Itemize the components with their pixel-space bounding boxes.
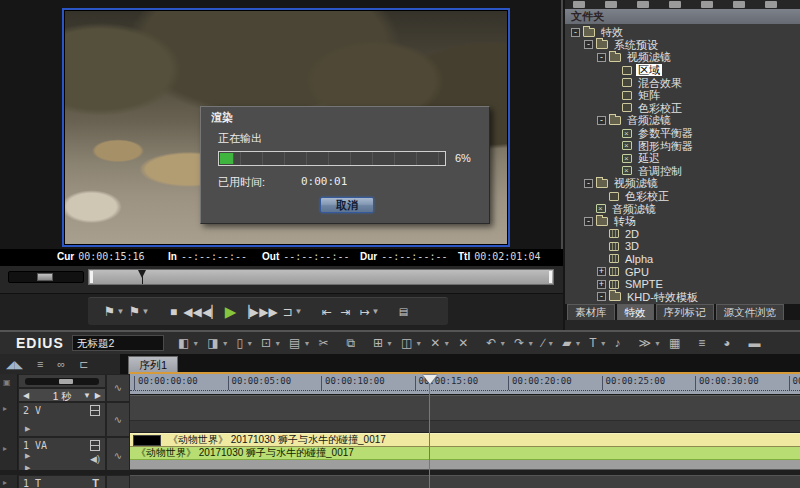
- video-track-icon[interactable]: [90, 440, 100, 451]
- audio-clip[interactable]: 《动物世界》 20171030 狮子与水牛的碰撞_0017: [130, 447, 800, 460]
- sync-link-icon[interactable]: ∞: [57, 358, 65, 370]
- tree-item-label[interactable]: 色彩校正: [636, 102, 684, 114]
- scale-dropdown-icon[interactable]: ▼: [83, 391, 91, 400]
- tree-item[interactable]: 色彩校正: [565, 102, 800, 115]
- tree-item-label[interactable]: 转场: [612, 215, 638, 227]
- tree-item[interactable]: - 音频滤镜: [565, 114, 800, 127]
- render-icon[interactable]: ≫: [639, 334, 652, 352]
- tree-item[interactable]: + SMPTE: [565, 278, 800, 291]
- tree-expander[interactable]: -: [584, 40, 593, 49]
- goto-in-button[interactable]: ⇤: [317, 302, 336, 322]
- add-cut-point-icon[interactable]: ∕: [542, 334, 544, 352]
- track-header-2v[interactable]: 2 V ▶: [18, 402, 106, 437]
- tree-item-label[interactable]: 3D: [623, 240, 641, 252]
- palette-tab[interactable]: 特效: [617, 304, 654, 320]
- tree-expander[interactable]: +: [597, 267, 606, 276]
- title-tool-icon[interactable]: T: [589, 334, 596, 352]
- delete-in-out-icon[interactable]: ✕: [458, 334, 468, 352]
- panel-layout-icon[interactable]: ▬: [748, 334, 760, 352]
- tree-item[interactable]: Alpha: [565, 253, 800, 266]
- save-project-icon[interactable]: ▤: [289, 334, 300, 352]
- tree-item[interactable]: 区域: [565, 64, 800, 77]
- prev-frame-button[interactable]: ◀▏: [202, 302, 221, 322]
- timeline-playhead-line[interactable]: [429, 375, 430, 488]
- open-project-icon[interactable]: ⊡: [261, 334, 271, 352]
- dropdown-arrow-icon[interactable]: ▼: [222, 340, 229, 347]
- video-track-icon[interactable]: [90, 405, 100, 416]
- cancel-button[interactable]: 取消: [320, 197, 374, 213]
- screen-layout-2-icon[interactable]: ◨: [207, 334, 218, 352]
- dropdown-arrow-icon[interactable]: ▼: [274, 340, 281, 347]
- ripple-mode-icon[interactable]: ⊏: [79, 358, 88, 371]
- voice-over-icon[interactable]: ♪: [615, 334, 621, 352]
- speaker-icon[interactable]: ◀): [90, 454, 100, 464]
- redo-icon[interactable]: ↷: [514, 334, 524, 352]
- timeline-playhead-marker[interactable]: [423, 375, 437, 384]
- fast-forward-button[interactable]: ▶▶: [259, 302, 278, 322]
- project-name-field[interactable]: 无标题2: [72, 335, 164, 351]
- position-scrubber[interactable]: [88, 269, 554, 285]
- set-out-dropdown[interactable]: ▼: [141, 302, 150, 322]
- tree-item-label[interactable]: 音频滤镜: [625, 114, 673, 126]
- next-frame-button[interactable]: ▕▶: [240, 302, 259, 322]
- dropdown-arrow-icon[interactable]: ▼: [527, 340, 534, 347]
- tree-item-label[interactable]: 矩阵: [636, 89, 662, 101]
- shuttle-slider-handle[interactable]: [37, 273, 53, 281]
- tree-item-label[interactable]: GPU: [623, 266, 651, 278]
- tree-item[interactable]: - 视频滤镜: [565, 51, 800, 64]
- tree-item[interactable]: - 特效: [565, 26, 800, 39]
- zoom-slider-handle[interactable]: [59, 379, 73, 384]
- export-button[interactable]: ▤: [394, 302, 413, 322]
- tree-item-label[interactable]: 2D: [623, 228, 641, 240]
- shuttle-slider[interactable]: [8, 271, 84, 283]
- dropdown-arrow-icon[interactable]: ▼: [415, 340, 422, 347]
- tree-item[interactable]: 3D: [565, 240, 800, 253]
- add-bin-icon[interactable]: ◫: [401, 334, 412, 352]
- tree-item-label[interactable]: 特效: [599, 26, 625, 38]
- play-button[interactable]: ▶: [221, 302, 240, 322]
- tree-item[interactable]: 音频滤镜: [565, 202, 800, 215]
- tree-item-label[interactable]: 延迟: [636, 152, 662, 164]
- tree-item[interactable]: 2D: [565, 228, 800, 241]
- tree-item-label[interactable]: SMPTE: [623, 278, 665, 290]
- new-sequence-icon[interactable]: ▯: [237, 334, 244, 352]
- tree-item-label[interactable]: 图形均衡器: [636, 140, 695, 152]
- tree-expander[interactable]: -: [571, 28, 580, 37]
- rewind-button[interactable]: ◀◀: [183, 302, 202, 322]
- scrubber-playhead[interactable]: [138, 270, 147, 284]
- palette-tab[interactable]: 素材库: [567, 304, 615, 320]
- set-in-dropdown[interactable]: ▼: [116, 302, 125, 322]
- timeline-view-icon[interactable]: ◢◣: [6, 358, 23, 371]
- play-around-dropdown[interactable]: ▼: [371, 302, 380, 322]
- tree-item-label[interactable]: 区域: [636, 64, 662, 76]
- tree-item[interactable]: - 转场: [565, 215, 800, 228]
- tree-item-label[interactable]: 混合效果: [636, 77, 684, 89]
- palette-tab[interactable]: 源文件浏览: [716, 304, 785, 320]
- dropdown-arrow-icon[interactable]: ▼: [386, 340, 393, 347]
- grid-view-icon[interactable]: ▦: [669, 334, 680, 352]
- palette-tab[interactable]: 序列标记: [656, 304, 714, 320]
- stop-button[interactable]: ■: [164, 302, 183, 322]
- tree-item[interactable]: 矩阵: [565, 89, 800, 102]
- track-lane-1t[interactable]: [130, 475, 800, 488]
- tree-expander[interactable]: -: [597, 116, 606, 125]
- tree-expander[interactable]: -: [584, 179, 593, 188]
- track-expand-icon[interactable]: ▶: [25, 452, 30, 460]
- tree-item[interactable]: 延迟: [565, 152, 800, 165]
- dropdown-arrow-icon[interactable]: ▼: [600, 340, 607, 347]
- tree-expander[interactable]: -: [597, 292, 606, 301]
- timeline-scale-select[interactable]: ◀ 1 秒 ▼ ▶: [18, 388, 106, 402]
- add-transition-icon[interactable]: ▰: [562, 334, 571, 352]
- tree-item-label[interactable]: Alpha: [623, 253, 655, 265]
- cut-icon[interactable]: ✂: [318, 334, 328, 352]
- tree-expander[interactable]: -: [584, 217, 593, 226]
- track-lane-2v[interactable]: [130, 395, 800, 433]
- undo-icon[interactable]: ↶: [486, 334, 496, 352]
- tree-item[interactable]: + GPU: [565, 265, 800, 278]
- tree-item[interactable]: - KHD-特效模板: [565, 290, 800, 303]
- dropdown-arrow-icon[interactable]: ▼: [574, 340, 581, 347]
- tree-item-label[interactable]: 色彩校正: [623, 190, 671, 202]
- track-panel-icon[interactable]: ≡: [37, 358, 43, 370]
- dropdown-arrow-icon[interactable]: ▼: [547, 340, 554, 347]
- tree-item-label[interactable]: 参数平衡器: [636, 127, 695, 139]
